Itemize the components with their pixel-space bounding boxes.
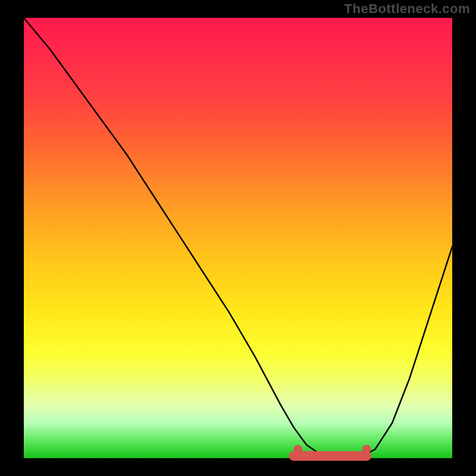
- chart-svg: [24, 18, 452, 458]
- chart-frame: TheBottleneck.com: [0, 0, 476, 476]
- curve-path: [24, 18, 452, 458]
- plot-area: [24, 18, 452, 458]
- trough-marker-left: [293, 445, 302, 454]
- trough-marker-right: [362, 445, 371, 454]
- watermark-text: TheBottleneck.com: [345, 1, 470, 17]
